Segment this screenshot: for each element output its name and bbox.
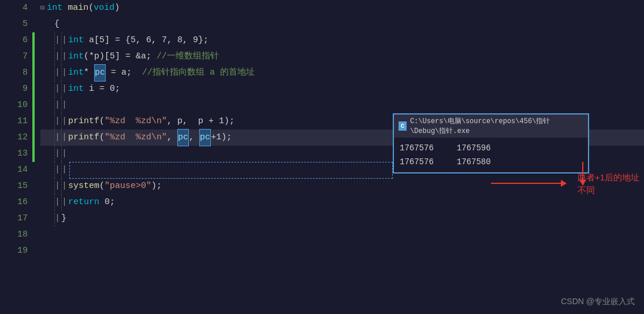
code-15c: ); xyxy=(151,178,162,194)
terminal-popup: C C:\Users\电脑\source\repos\456\指针\Debug\… xyxy=(393,113,589,173)
indent-guide-9b: | xyxy=(61,81,62,97)
active-region-bar xyxy=(32,32,35,162)
paren-open: ( xyxy=(88,0,94,16)
line-num-19: 19 xyxy=(0,243,28,259)
indent-guide-8b: | xyxy=(61,65,62,81)
indent-guide-6a: | xyxy=(54,32,55,49)
code-line-15: | | system ( "pause>0" ); xyxy=(40,178,644,194)
kw-int-6: int xyxy=(68,32,84,49)
code-line-8: | | int * pc = a; //指针指向数组 a 的首地址 xyxy=(40,65,644,81)
indent-guide-16b: | xyxy=(61,194,62,210)
code-line-9: | | int i = 0; xyxy=(40,81,644,97)
code-11c: , p, p + 1); xyxy=(167,113,234,130)
line-num-16: 16 xyxy=(0,194,28,210)
indent-guide-12b: | xyxy=(61,130,62,146)
line-numbers: 4 5 6 7 8 9 10 11 12 13 14 15 16 17 18 1… xyxy=(0,0,35,314)
indent-guide-10b: | xyxy=(61,97,62,113)
code-line-16: | | return 0; xyxy=(40,194,644,210)
terminal-row-1: 1767576 1767596 xyxy=(400,141,582,155)
line-num-12: 12 xyxy=(0,130,28,146)
highlight-pc-12b: pc xyxy=(199,129,211,146)
func-name: main xyxy=(68,0,88,16)
terminal-app-icon: C xyxy=(399,121,407,131)
code-12b: ( xyxy=(99,130,105,146)
code-area: ⊟ int main ( void ) { | | int a[5] = {5,… xyxy=(35,0,644,314)
indent-guide-12a: | xyxy=(54,130,55,146)
indent-guide-13b: | xyxy=(61,146,62,162)
keyword-int: int xyxy=(47,0,62,16)
line-num-17: 17 xyxy=(0,210,28,227)
terminal-title: C:\Users\电脑\source\repos\456\指针\Debug\指针… xyxy=(410,116,583,136)
indent-guide-17a: | xyxy=(54,210,55,227)
fold-icon-4[interactable]: ⊟ xyxy=(40,0,44,16)
brace-open: { xyxy=(54,16,59,32)
annotation-text: 两者+1后的地址 不同 xyxy=(578,171,639,197)
line-num-8: 8 xyxy=(0,65,28,81)
line-num-14: 14 xyxy=(0,162,28,178)
indent-guide-15b: | xyxy=(61,178,62,194)
func-printf-11: printf xyxy=(68,113,99,130)
code-line-19 xyxy=(40,243,644,259)
line-num-15: 15 xyxy=(0,178,28,194)
keyword-void: void xyxy=(94,0,114,16)
arrow-line xyxy=(491,183,566,184)
indent-guide-13a: | xyxy=(54,146,55,162)
comment-7: //一维数组指针 xyxy=(157,49,219,65)
indent-guide-7a: | xyxy=(54,49,55,65)
line-num-4: 4 xyxy=(0,0,28,16)
indent-guide-16a: | xyxy=(54,194,55,210)
code-11b: ( xyxy=(99,113,105,130)
terminal-val-2-2: 1767580 xyxy=(457,155,491,169)
line-num-6: 6 xyxy=(0,32,28,49)
code-9b: i = 0; xyxy=(84,81,120,97)
kw-int-7: int xyxy=(68,49,84,65)
str-11: "%zd %zd\n" xyxy=(105,113,167,130)
code-15b: ( xyxy=(99,178,105,194)
indent-guide-10a: | xyxy=(54,97,55,113)
code-6b: a[5] = {5, 6, 7, 8, 9}; xyxy=(84,32,209,49)
kw-int-8: int xyxy=(68,65,84,81)
terminal-val-2-1: 1767576 xyxy=(400,155,434,169)
watermark: CSDN @专业嵌入式 xyxy=(561,297,635,307)
paren-close: ) xyxy=(114,0,120,16)
code-12e: +1); xyxy=(211,130,232,146)
line-num-7: 7 xyxy=(0,49,28,65)
func-system: system xyxy=(68,178,99,194)
indent-guide-9a: | xyxy=(54,81,55,97)
highlight-pc-12a: pc xyxy=(177,129,189,146)
line-num-18: 18 xyxy=(0,227,28,243)
highlight-pc-8: pc xyxy=(94,64,106,82)
indent-guide-7b: | xyxy=(61,49,62,65)
code-7b: (*p)[5] = &a; xyxy=(84,49,157,65)
code-line-7: | | int (*p)[5] = &a; //一维数组指针 xyxy=(40,49,644,65)
terminal-row-2: 1767576 1767580 xyxy=(400,155,582,169)
terminal-body: 1767576 1767596 1767576 1767580 xyxy=(394,138,588,172)
indent-guide-11b: | xyxy=(61,113,62,130)
indent-guide-14b: | xyxy=(61,162,62,178)
annotation-line2: 不同 xyxy=(578,185,595,195)
indent-guide-11a: | xyxy=(54,113,55,130)
annotation-line1: 两者+1后的地址 xyxy=(578,172,639,182)
str-12: "%zd %zd\n" xyxy=(105,130,167,146)
code-line-6: | | int a[5] = {5, 6, 7, 8, 9}; xyxy=(40,32,644,49)
code-line-17: | } xyxy=(40,210,644,227)
code-line-4: ⊟ int main ( void ) xyxy=(40,0,644,16)
code-line-18 xyxy=(40,227,644,243)
code-editor: 4 5 6 7 8 9 10 11 12 13 14 15 16 17 18 1… xyxy=(0,0,644,314)
kw-return: return xyxy=(68,194,99,210)
indent-guide-8a: | xyxy=(54,65,55,81)
indent-guide-6b: | xyxy=(61,32,62,49)
code-8b: * xyxy=(84,65,94,81)
code-12c: , xyxy=(167,130,177,146)
terminal-val-1-1: 1767576 xyxy=(400,141,434,155)
brace-close: } xyxy=(61,210,66,227)
func-printf-12: printf xyxy=(68,130,99,146)
line-num-5: 5 xyxy=(0,16,28,32)
line-num-9: 9 xyxy=(0,81,28,97)
comment-8: //指针指向数组 a 的首地址 xyxy=(142,65,255,81)
terminal-val-1-2: 1767596 xyxy=(457,141,491,155)
code-12d: , xyxy=(189,130,199,146)
code-line-5: { xyxy=(40,16,644,32)
code-8c: = a; xyxy=(106,65,142,81)
str-15: "pause>0" xyxy=(105,178,151,194)
